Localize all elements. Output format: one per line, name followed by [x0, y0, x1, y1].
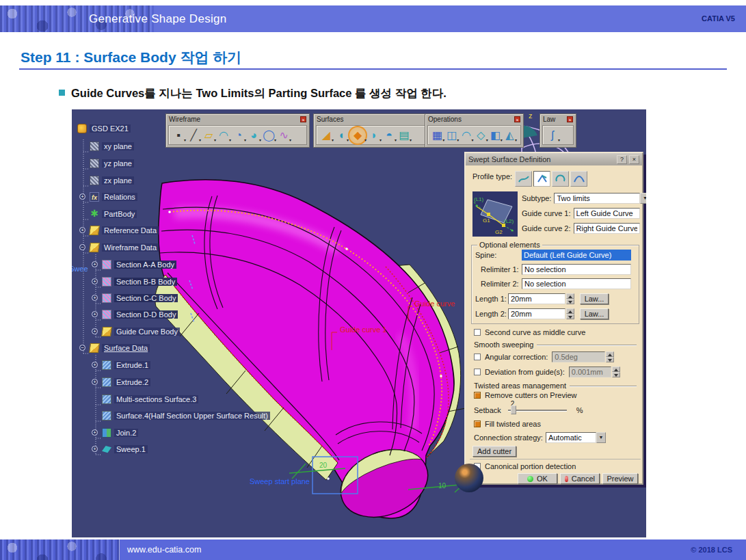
- circle-icon[interactable]: ◯: [262, 128, 276, 143]
- profile-type-explicit-button[interactable]: [515, 171, 532, 187]
- expand-icon[interactable]: +: [92, 379, 98, 385]
- remove-cutters-checkbox[interactable]: [474, 392, 481, 399]
- tree-icon-sweep[interactable]: [102, 444, 111, 454]
- tree-icon-body[interactable]: [89, 243, 100, 252]
- help-button[interactable]: ?: [617, 155, 627, 164]
- profile-type-conic-button[interactable]: [570, 171, 587, 187]
- swept-surface-dialog[interactable]: Swept Surface Definition ? × Profile typ…: [464, 152, 643, 485]
- law-1-button[interactable]: Law...: [580, 293, 609, 304]
- plane-icon-caret[interactable]: ▾: [214, 137, 216, 142]
- add-cutter-button[interactable]: Add cutter: [472, 446, 516, 457]
- tree-icon-section[interactable]: [102, 293, 111, 303]
- collapse-icon[interactable]: −: [79, 244, 85, 250]
- profile-type-circle-button[interactable]: [552, 171, 569, 187]
- tree-icon-plane[interactable]: [90, 142, 99, 151]
- point-icon[interactable]: ▪: [172, 128, 185, 143]
- tree-icon-body[interactable]: [89, 226, 100, 235]
- extrude-surface-icon[interactable]: ◢: [319, 128, 333, 143]
- guide-curve-2-field[interactable]: [574, 223, 640, 234]
- viewport-3d[interactable]: Guide curve 1 Guide curve Sweep start pl…: [72, 109, 646, 537]
- profile-type-line-button[interactable]: [533, 171, 550, 187]
- tree-icon-part[interactable]: ✱: [90, 209, 99, 219]
- tree-item-guide-curve-body[interactable]: +Guide Curve Body: [72, 326, 180, 337]
- expand-icon[interactable]: +: [92, 295, 98, 301]
- tree-icon-section[interactable]: [102, 260, 111, 269]
- tree-item-extrude-2[interactable]: +Extrude.2: [72, 377, 150, 388]
- tree-icon-body[interactable]: [89, 343, 100, 353]
- tree-icon-plane[interactable]: [90, 159, 99, 168]
- expand-icon[interactable]: +: [79, 194, 85, 200]
- fill-surface-icon-caret[interactable]: ▾: [395, 137, 397, 142]
- trim-icon-caret[interactable]: ▾: [472, 137, 474, 142]
- expand-icon[interactable]: +: [92, 278, 98, 284]
- law-2-button[interactable]: Law...: [580, 308, 609, 319]
- tree-icon-section[interactable]: [102, 310, 111, 319]
- close-button[interactable]: ×: [629, 155, 639, 164]
- fill-surface-icon[interactable]: ◓: [382, 128, 396, 143]
- tree-item-surface-data[interactable]: −Surface Data: [72, 343, 150, 354]
- tree-icon-join[interactable]: [102, 428, 111, 438]
- tree-item-section-a-a-body[interactable]: +Section A-A Body: [72, 259, 176, 270]
- spline-icon[interactable]: ∿: [277, 128, 291, 143]
- offset-surface-icon-caret[interactable]: ▾: [379, 137, 382, 142]
- tree-item-section-c-c-body[interactable]: +Section C-C Body: [72, 293, 178, 304]
- line-icon[interactable]: ╱: [187, 128, 200, 143]
- tree-item-section-d-d-body[interactable]: +Section D-D Body: [72, 309, 178, 320]
- expand-icon[interactable]: +: [92, 446, 98, 452]
- blend-surface-icon-caret[interactable]: ▾: [410, 137, 412, 142]
- point-icon-caret[interactable]: ▾: [184, 137, 186, 142]
- boundary-icon-caret[interactable]: ▾: [486, 137, 488, 142]
- blend-surface-icon[interactable]: ▤: [397, 128, 411, 143]
- length-2-spinner[interactable]: [566, 308, 574, 319]
- law-icon[interactable]: ʃ: [546, 128, 559, 143]
- line-icon-caret[interactable]: ▾: [199, 137, 201, 142]
- tree-item-multi-sections-surface-3[interactable]: Multi-sections Surface.3: [72, 394, 198, 405]
- tree-item-reference-data[interactable]: +Reference Data: [72, 225, 159, 236]
- collapse-icon[interactable]: −: [79, 345, 85, 351]
- tree-item-gsd-ex21[interactable]: GSD EX21: [72, 123, 131, 134]
- law-icon-caret[interactable]: ▾: [558, 137, 560, 142]
- tree-item-yz-plane[interactable]: yz plane: [72, 158, 134, 169]
- corner-curve-icon[interactable]: ◔: [232, 128, 245, 143]
- setback-slider-thumb[interactable]: [511, 405, 516, 414]
- join-icon-caret[interactable]: ▾: [442, 137, 444, 142]
- split-icon-caret[interactable]: ▾: [457, 137, 459, 142]
- expand-icon[interactable]: +: [79, 227, 85, 233]
- expand-icon[interactable]: +: [92, 328, 98, 334]
- spine-field[interactable]: Default (Left Guide Curve): [522, 250, 631, 261]
- transform-icon-caret[interactable]: ▾: [515, 137, 517, 142]
- dialog-titlebar[interactable]: Swept Surface Definition ? ×: [466, 153, 642, 165]
- cancel-button[interactable]: Cancel: [560, 473, 600, 484]
- tree-icon-surface[interactable]: [102, 411, 111, 421]
- spec-tree[interactable]: GSD EX21xy planeyz planezx plane+fxRelat…: [72, 109, 359, 537]
- tree-item-surface-4-half-section-upper-surface-result[interactable]: Surface.4(Half Section Upper Surface Res…: [72, 410, 270, 421]
- tree-icon-surface[interactable]: [102, 395, 111, 404]
- tree-item-zx-plane[interactable]: zx plane: [72, 175, 134, 186]
- tree-icon-plane[interactable]: [90, 176, 99, 185]
- connect-curve-icon-caret[interactable]: ▾: [259, 137, 261, 142]
- guide-curve-1-field[interactable]: [574, 208, 640, 219]
- length-2-field[interactable]: [508, 308, 565, 319]
- length-1-spinner[interactable]: [566, 293, 574, 304]
- toolbar-wireframe[interactable]: Wireframe×▪▾╱▾▱▾◠▾◔▾◕▾◯▾∿▾: [165, 114, 310, 148]
- tree-icon-root[interactable]: [77, 124, 87, 133]
- expand-icon[interactable]: +: [92, 311, 98, 317]
- tree-item-relations[interactable]: +fxRelations: [72, 191, 137, 202]
- revolve-surface-icon[interactable]: ◖: [334, 128, 348, 143]
- sweep-surface-icon[interactable]: ◆: [351, 128, 364, 143]
- projection-curve-icon-caret[interactable]: ▾: [229, 137, 231, 142]
- angular-correction-checkbox[interactable]: [474, 354, 481, 360]
- toolbar-wireframe-close-icon[interactable]: ×: [300, 116, 306, 122]
- tree-item-sweep-1[interactable]: +Sweep.1: [72, 444, 148, 455]
- circle-icon-caret[interactable]: ▾: [274, 137, 276, 142]
- toolbar-operations-close-icon[interactable]: ×: [514, 116, 520, 122]
- toolbar-law[interactable]: Law×ʃ▾: [539, 114, 576, 148]
- corner-curve-icon-caret[interactable]: ▾: [244, 137, 246, 142]
- extrude-surface-icon-caret[interactable]: ▾: [332, 137, 334, 142]
- sweep-surface-icon-caret[interactable]: ▾: [364, 137, 367, 142]
- ok-button[interactable]: OK: [518, 473, 557, 484]
- expand-icon[interactable]: +: [92, 362, 98, 368]
- tree-item-xy-plane[interactable]: xy plane: [72, 141, 134, 152]
- tree-icon-rel[interactable]: fx: [90, 192, 99, 202]
- setback-slider[interactable]: 2: [508, 410, 567, 412]
